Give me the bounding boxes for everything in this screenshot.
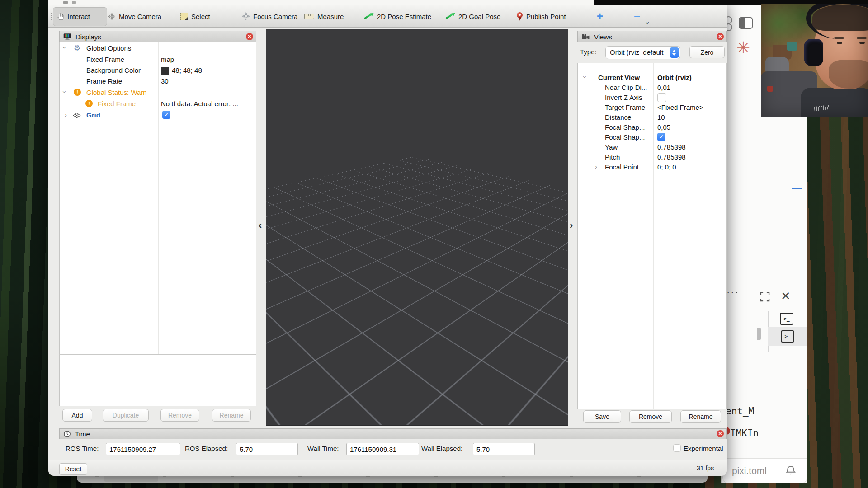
tree-value[interactable]: 0,05 xyxy=(657,123,670,131)
chevron-right-icon[interactable]: › xyxy=(595,163,597,170)
tree-label: Focal Point xyxy=(605,163,639,171)
reset-button[interactable]: Reset xyxy=(59,463,87,475)
tree-value: Orbit (rviz) xyxy=(657,74,692,81)
displays-panel-header[interactable]: Displays ✕ xyxy=(59,31,256,42)
tree-row-global-options[interactable]: › ⚙ Global Options xyxy=(60,43,256,54)
tree-row-invert-z[interactable]: Invert Z Axis xyxy=(578,92,726,102)
time-fields-row: ROS Time: 1761150909.27 ROS Elapsed: 5.7… xyxy=(59,438,727,460)
tool-interact[interactable]: Interact xyxy=(57,5,90,27)
dropdown-stepper-icon[interactable] xyxy=(670,47,679,58)
chevron-down-icon[interactable]: › xyxy=(61,91,69,93)
save-view-button[interactable]: Save xyxy=(583,410,621,423)
add-tool-button[interactable]: + xyxy=(597,5,603,27)
tree-row-global-status[interactable]: › ! Global Status: Warn xyxy=(60,87,256,98)
sidebar-layout-icon[interactable] xyxy=(739,17,753,29)
focal-shape-checkbox[interactable]: ✓ xyxy=(657,133,665,141)
tree-value[interactable]: 0,785398 xyxy=(657,143,686,151)
terminal-icon[interactable]: >_ xyxy=(780,313,793,325)
ros-elapsed-field[interactable]: 5.70 xyxy=(236,443,298,455)
views-tree: › Current View Orbit (rviz) Near Clip Di… xyxy=(577,63,727,409)
tool-2d-goal-pose[interactable]: 2D Goal Pose xyxy=(446,5,500,27)
tool-measure[interactable]: Measure xyxy=(304,5,344,27)
description-pane xyxy=(59,355,256,406)
tree-value[interactable]: 0,01 xyxy=(657,84,670,91)
remove-view-button[interactable]: Remove xyxy=(629,410,672,423)
terminal-glyph: >_ xyxy=(783,316,789,322)
close-icon[interactable]: ✕ xyxy=(781,289,791,303)
tree-value[interactable]: <Fixed Frame> xyxy=(657,103,703,111)
editor-statusbar: pixi.toml xyxy=(722,458,807,483)
tree-label: Focal Shap... xyxy=(605,123,645,131)
scrollbar-thumb[interactable] xyxy=(757,328,761,340)
view-type-dropdown[interactable]: Orbit (rviz_default xyxy=(605,46,680,59)
tree-row-near-clip[interactable]: Near Clip Di... 0,01 xyxy=(578,82,726,92)
displays-tree: › ⚙ Global Options Fixed Frame map Backg… xyxy=(59,42,256,355)
duplicate-display-button[interactable]: Duplicate xyxy=(103,409,149,422)
tool-label: Move Camera xyxy=(119,13,161,20)
zero-button[interactable]: Zero xyxy=(689,46,725,58)
chevron-down-icon[interactable]: › xyxy=(61,47,69,49)
tree-value[interactable]: 30 xyxy=(161,77,169,85)
tool-move-camera[interactable]: Move Camera xyxy=(108,5,161,27)
invert-z-checkbox[interactable] xyxy=(657,93,666,102)
rename-display-button[interactable]: Rename xyxy=(212,409,251,422)
close-panel-button[interactable]: ✕ xyxy=(246,33,253,40)
remove-display-button[interactable]: Remove xyxy=(160,409,199,422)
remove-tool-button[interactable]: − xyxy=(634,5,640,27)
ros-time-field[interactable]: 1761150909.27 xyxy=(106,443,180,455)
expand-icon[interactable] xyxy=(759,291,771,303)
grid-icon xyxy=(73,113,81,118)
tree-row-pitch[interactable]: Pitch 0,785398 xyxy=(578,152,726,162)
tree-row-fixed-frame-warning[interactable]: ! Fixed Frame No tf data. Actual error: … xyxy=(60,99,256,109)
tool-publish-point[interactable]: Publish Point xyxy=(517,5,566,27)
tool-focus-camera[interactable]: Focus Camera xyxy=(242,5,297,27)
bell-icon[interactable] xyxy=(785,465,796,476)
tree-row-yaw[interactable]: Yaw 0,785398 xyxy=(578,142,726,152)
tree-row-background-color[interactable]: Background Color 48; 48; 48 xyxy=(60,65,256,76)
views-panel-header[interactable]: Views ✕ xyxy=(577,31,727,42)
wall-time-label: Wall Time: xyxy=(307,445,339,452)
code-text: ent_M xyxy=(726,406,754,417)
rename-view-button[interactable]: Rename xyxy=(680,410,721,423)
render-viewport[interactable] xyxy=(266,29,568,426)
close-panel-button[interactable]: ✕ xyxy=(717,33,724,40)
experimental-checkbox[interactable] xyxy=(673,444,681,452)
tree-value[interactable]: 10 xyxy=(657,113,665,121)
tree-row-focal-shape-fixed[interactable]: Focal Shap... ✓ xyxy=(578,132,726,142)
tool-2d-pose-estimate[interactable]: 2D Pose Estimate xyxy=(365,5,431,27)
chevron-right-icon[interactable]: › xyxy=(65,111,67,118)
tree-row-frame-rate[interactable]: Frame Rate 30 xyxy=(60,76,256,87)
time-panel-header[interactable]: Time ✕ xyxy=(59,428,727,439)
tree-value[interactable]: 48; 48; 48 xyxy=(172,66,202,74)
color-swatch[interactable] xyxy=(161,67,169,75)
rviz-toolbar: Interact Move Camera Select Focus Camera… xyxy=(48,5,727,28)
tool-label: 2D Pose Estimate xyxy=(377,13,431,20)
tree-row-distance[interactable]: Distance 10 xyxy=(578,112,726,122)
tree-value[interactable]: map xyxy=(161,56,174,63)
chevron-down-icon[interactable]: › xyxy=(581,76,589,78)
close-panel-button[interactable]: ✕ xyxy=(717,430,724,437)
tree-row-focal-shape-size[interactable]: Focal Shap... 0,05 xyxy=(578,122,726,132)
tool-select[interactable]: Select xyxy=(180,5,210,27)
window-control-icon xyxy=(63,1,68,4)
tree-row-grid[interactable]: › Grid ✓ xyxy=(60,110,256,121)
grid-enabled-checkbox[interactable]: ✓ xyxy=(162,111,170,119)
tree-label: Invert Z Axis xyxy=(605,94,642,101)
wall-time-field[interactable]: 1761150909.31 xyxy=(346,443,419,455)
tree-value[interactable]: 0; 0; 0 xyxy=(657,163,676,171)
wall-elapsed-field[interactable]: 5.70 xyxy=(473,443,535,455)
ruler-icon xyxy=(304,14,314,19)
tree-value[interactable]: 0,785398 xyxy=(657,153,686,161)
tree-label: Background Color xyxy=(86,66,141,74)
tree-row-current-view[interactable]: › Current View Orbit (rviz) xyxy=(578,72,726,82)
tree-row-target-frame[interactable]: Target Frame <Fixed Frame> xyxy=(578,102,726,112)
tree-row-focal-point[interactable]: › Focal Point 0; 0; 0 xyxy=(578,162,726,172)
collapse-left-panel-handle[interactable]: ‹ xyxy=(259,220,262,231)
terminal-icon[interactable]: >_ xyxy=(781,330,794,343)
collapse-right-panel-handle[interactable]: › xyxy=(570,220,573,231)
tree-row-fixed-frame[interactable]: Fixed Frame map xyxy=(60,54,256,65)
more-options-icon[interactable]: ··· xyxy=(726,286,739,298)
add-display-button[interactable]: Add xyxy=(62,409,92,422)
toolbar-drag-handle[interactable] xyxy=(51,13,52,21)
toolbar-overflow-chevron-icon[interactable]: ⌄ xyxy=(644,17,650,26)
